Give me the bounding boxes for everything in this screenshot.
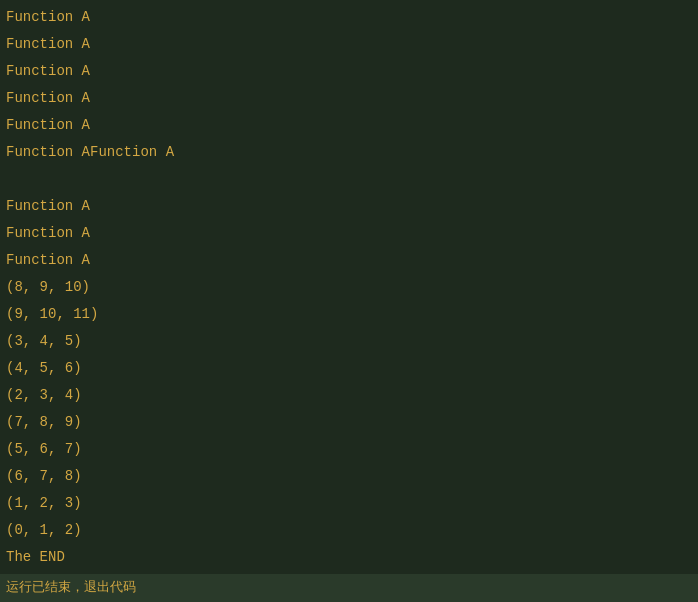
terminal-line: Function A [6, 193, 692, 220]
terminal-line: Function A [6, 247, 692, 274]
terminal-line: (8, 9, 10) [6, 274, 692, 301]
terminal-line: (1, 2, 3) [6, 490, 692, 517]
terminal-line: (5, 6, 7) [6, 436, 692, 463]
terminal-line: Function A [6, 58, 692, 85]
terminal-line: Function A [6, 85, 692, 112]
terminal-line: Function A [6, 112, 692, 139]
bottom-bar-text: 运行已结束，退出代码 [6, 580, 136, 595]
terminal-line: (9, 10, 11) [6, 301, 692, 328]
terminal-line: Function AFunction A [6, 139, 692, 166]
terminal-output: Function AFunction AFunction AFunction A… [6, 4, 692, 571]
terminal-line: (6, 7, 8) [6, 463, 692, 490]
terminal-line: Function A [6, 220, 692, 247]
terminal-line: (0, 1, 2) [6, 517, 692, 544]
bottom-bar: 运行已结束，退出代码 [0, 574, 698, 602]
terminal-line: (3, 4, 5) [6, 328, 692, 355]
terminal-line: Function A [6, 31, 692, 58]
terminal-line: Function A [6, 4, 692, 31]
terminal-line: (7, 8, 9) [6, 409, 692, 436]
terminal-line: (2, 3, 4) [6, 382, 692, 409]
terminal-line: The END [6, 544, 692, 571]
terminal-line: (4, 5, 6) [6, 355, 692, 382]
